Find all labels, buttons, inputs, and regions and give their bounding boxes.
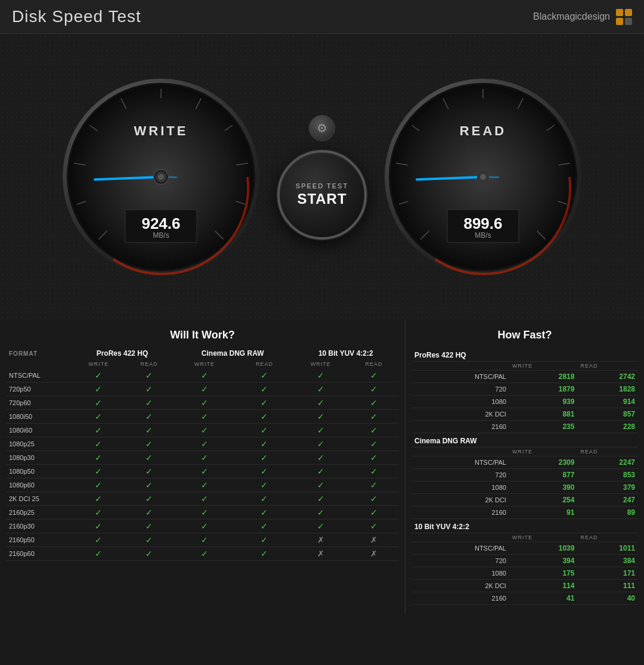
check-cell: ✓ xyxy=(72,437,125,451)
check-cell: ✗ xyxy=(349,547,399,561)
format-cell: 2K DCI 25 xyxy=(6,492,72,506)
check-cell: ✓ xyxy=(72,396,125,410)
hf-data-row: 2K DCI881857 xyxy=(411,408,638,421)
check-cell: ✓ xyxy=(236,369,292,383)
check-cell: ✓ xyxy=(125,547,173,561)
svg-text:MB/s: MB/s xyxy=(475,231,491,240)
app-header: Disk Speed Test Blackmagicdesign xyxy=(0,0,644,34)
check-cell: ✓ xyxy=(236,465,292,478)
check-cell: ✓ xyxy=(125,465,173,478)
check-cell: ✓ xyxy=(173,424,236,437)
format-cell: NTSC/PAL xyxy=(6,369,72,383)
write-gauge: WRITE 924.6 MB/s xyxy=(60,76,262,278)
format-cell: 2160p60 xyxy=(6,547,72,561)
hf-data-row: 72018791828 xyxy=(411,383,638,396)
start-button[interactable]: SPEED TEST START xyxy=(277,150,367,240)
check-cell: ✓ xyxy=(125,396,173,410)
table-row: 2160p25✓✓✓✓✓✓ xyxy=(6,506,399,520)
check-cell: ✓ xyxy=(173,520,236,533)
check-cell: ✓ xyxy=(236,410,292,424)
col-group-headers: FORMAT ProRes 422 HQ Cinema DNG RAW 10 B… xyxy=(6,347,399,359)
read-gauge: READ 899.6 MB/s xyxy=(382,76,584,278)
check-cell: ✓ xyxy=(173,465,236,478)
check-cell: ✓ xyxy=(236,533,292,547)
table-row: 1080i50✓✓✓✓✓✓ xyxy=(6,410,399,424)
svg-point-40 xyxy=(480,174,486,180)
check-cell: ✓ xyxy=(125,369,173,383)
check-cell: ✓ xyxy=(72,410,125,424)
check-cell: ✓ xyxy=(173,533,236,547)
check-cell: ✓ xyxy=(236,437,292,451)
svg-text:WRITE: WRITE xyxy=(134,123,188,138)
hf-data-row: 21604140 xyxy=(411,592,638,605)
how-fast-title: How Fast? xyxy=(411,329,638,341)
check-cell: ✓ xyxy=(173,396,236,410)
hf-data-row: 2160235228 xyxy=(411,421,638,433)
how-fast-body: ProRes 422 HQWRITEREADNTSC/PAL2818274272… xyxy=(411,347,638,605)
check-cell: ✓ xyxy=(293,520,349,533)
check-cell: ✓ xyxy=(293,478,349,492)
check-cell: ✓ xyxy=(293,437,349,451)
hf-header-row: WRITEREAD xyxy=(411,533,638,542)
check-cell: ✓ xyxy=(125,506,173,520)
hf-header-row: WRITEREAD xyxy=(411,362,638,371)
check-cell: ✓ xyxy=(349,478,399,492)
will-it-work-title: Will It Work? xyxy=(6,329,399,341)
svg-text:MB/s: MB/s xyxy=(153,231,169,240)
check-cell: ✓ xyxy=(173,451,236,465)
center-control: ⚙ SPEED TEST START xyxy=(262,115,382,240)
logo-dot-3 xyxy=(616,18,623,25)
format-cell: 1080p60 xyxy=(6,478,72,492)
table-row: 720p60✓✓✓✓✓✓ xyxy=(6,396,399,410)
check-cell: ✓ xyxy=(173,506,236,520)
dng-header: Cinema DNG RAW xyxy=(173,347,293,359)
table-row: 1080p50✓✓✓✓✓✓ xyxy=(6,465,399,478)
check-cell: ✓ xyxy=(173,437,236,451)
table-row: 2K DCI 25✓✓✓✓✓✓ xyxy=(6,492,399,506)
table-row: 1080i60✓✓✓✓✓✓ xyxy=(6,424,399,437)
check-cell: ✓ xyxy=(293,506,349,520)
check-cell: ✓ xyxy=(349,383,399,396)
check-cell: ✓ xyxy=(173,369,236,383)
hf-category-row: 10 Bit YUV 4:2:2 xyxy=(411,519,638,533)
format-cell: 2160p30 xyxy=(6,520,72,533)
hf-data-row: 2K DCI254247 xyxy=(411,494,638,506)
check-cell: ✓ xyxy=(236,478,292,492)
check-cell: ✓ xyxy=(236,396,292,410)
check-cell: ✓ xyxy=(125,492,173,506)
check-cell: ✓ xyxy=(349,465,399,478)
how-fast-table: ProRes 422 HQWRITEREADNTSC/PAL2818274272… xyxy=(411,347,638,605)
hf-data-row: 2K DCI114111 xyxy=(411,580,638,592)
check-cell: ✓ xyxy=(72,451,125,465)
format-cell: 1080i50 xyxy=(6,410,72,424)
table-row: NTSC/PAL✓✓✓✓✓✓ xyxy=(6,369,399,383)
svg-point-18 xyxy=(158,174,164,180)
write-gauge-container: WRITE 924.6 MB/s xyxy=(60,76,262,278)
check-cell: ✓ xyxy=(173,410,236,424)
check-cell: ✓ xyxy=(349,396,399,410)
app-title: Disk Speed Test xyxy=(12,7,141,26)
hf-data-row: 21609189 xyxy=(411,506,638,519)
check-cell: ✓ xyxy=(349,451,399,465)
check-cell: ✓ xyxy=(72,533,125,547)
check-cell: ✓ xyxy=(72,465,125,478)
hf-data-row: 720394384 xyxy=(411,555,638,567)
check-cell: ✓ xyxy=(173,492,236,506)
check-cell: ✗ xyxy=(293,547,349,561)
hf-data-row: NTSC/PAL28182742 xyxy=(411,371,638,383)
check-cell: ✓ xyxy=(125,533,173,547)
logo-dot-1 xyxy=(616,9,623,16)
check-cell: ✓ xyxy=(349,492,399,506)
hf-data-row: 1080390379 xyxy=(411,481,638,494)
check-cell: ✓ xyxy=(293,410,349,424)
data-section: Will It Work? FORMAT ProRes 422 HQ Cinem… xyxy=(0,320,644,614)
check-cell: ✓ xyxy=(236,547,292,561)
settings-button[interactable]: ⚙ xyxy=(309,115,335,141)
check-cell: ✓ xyxy=(349,424,399,437)
prores-header: ProRes 422 HQ xyxy=(72,347,172,359)
check-cell: ✓ xyxy=(125,424,173,437)
check-cell: ✓ xyxy=(72,492,125,506)
check-cell: ✓ xyxy=(72,520,125,533)
check-cell: ✓ xyxy=(125,451,173,465)
svg-text:899.6: 899.6 xyxy=(463,215,502,232)
